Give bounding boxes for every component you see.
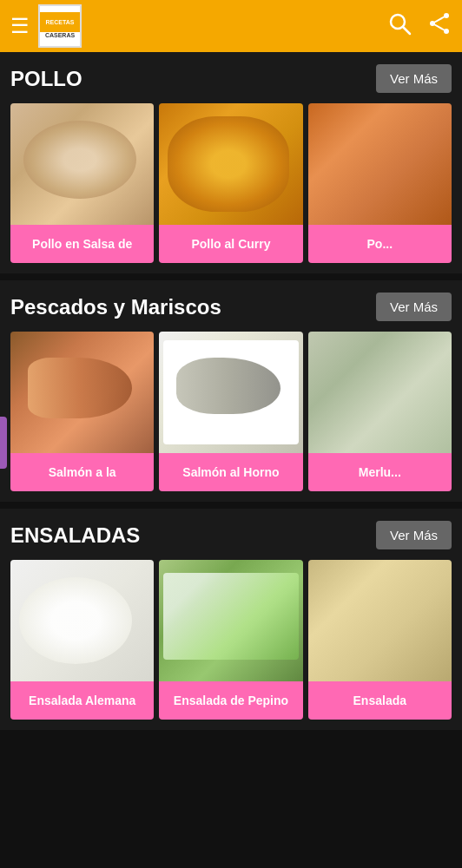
share-icon[interactable] [427,11,452,42]
logo-top-text: RECETAS [40,12,80,32]
card-pollo-3[interactable]: Po... [308,103,452,263]
svg-line-6 [432,23,446,31]
card-pollo-2-label: Pollo al Curry [159,225,302,263]
app-header: ☰ RECETAS CASERAS [0,0,462,52]
svg-line-5 [432,16,446,23]
card-pescados-2-label: Salmón al Horno [159,453,302,491]
card-ensaladas-1[interactable]: Ensalada Alemana [10,560,154,720]
card-pollo-2-image [159,103,302,225]
side-indicator [0,417,7,469]
search-icon[interactable] [387,11,412,42]
ver-mas-pollo-button[interactable]: Ver Más [376,64,452,93]
header-left: ☰ RECETAS CASERAS [10,4,82,48]
ver-mas-pescados-button[interactable]: Ver Más [376,293,452,321]
svg-line-1 [403,27,410,34]
card-pescados-1-image [10,332,154,453]
card-ensaladas-3[interactable]: Ensalada [308,560,452,720]
pescados-cards-row: Salmón a la Salmón al Horno Merlu... [10,332,452,491]
section-pollo-title: POLLO [10,67,82,91]
section-ensaladas-title: ENSALADAS [10,523,140,548]
card-ensaladas-3-label: Ensalada [308,681,452,720]
app-logo[interactable]: RECETAS CASERAS [38,4,82,48]
ver-mas-ensaladas-button[interactable]: Ver Más [376,521,452,549]
card-pescados-1-label: Salmón a la [10,453,154,491]
card-pollo-2[interactable]: Pollo al Curry [159,103,302,263]
card-ensaladas-2-image [159,560,302,681]
section-pollo-header: POLLO Ver Más [10,64,452,93]
card-pollo-3-label: Po... [308,225,452,263]
card-ensaladas-1-image [10,560,154,681]
section-pescados: Pescados y Mariscos Ver Más Salmón a la … [0,280,462,502]
card-pescados-1[interactable]: Salmón a la [10,332,154,491]
hamburger-icon[interactable]: ☰ [10,14,30,38]
section-pollo: POLLO Ver Más Pollo en Salsa de Pollo al… [0,52,462,273]
logo-bottom-text: CASERAS [45,32,75,39]
card-pescados-3-label: Merlu... [308,453,452,491]
card-pescados-2[interactable]: Salmón al Horno [159,332,302,491]
ensaladas-cards-row: Ensalada Alemana Ensalada de Pepino Ensa… [10,560,452,720]
section-pescados-title: Pescados y Mariscos [10,295,221,319]
card-ensaladas-3-image [308,560,452,681]
card-pollo-1[interactable]: Pollo en Salsa de [10,103,154,263]
section-pescados-header: Pescados y Mariscos Ver Más [10,293,452,321]
card-ensaladas-2-label: Ensalada de Pepino [159,681,302,720]
card-pollo-3-image [308,103,452,225]
card-ensaladas-1-label: Ensalada Alemana [10,681,154,720]
section-ensaladas: ENSALADAS Ver Más Ensalada Alemana Ensal… [0,509,462,730]
section-ensaladas-header: ENSALADAS Ver Más [10,521,452,549]
card-pollo-1-image [10,103,154,225]
card-ensaladas-2[interactable]: Ensalada de Pepino [159,560,302,720]
card-pescados-3[interactable]: Merlu... [308,332,452,491]
card-pescados-3-image [308,332,452,453]
header-icons [387,11,452,42]
pollo-cards-row: Pollo en Salsa de Pollo al Curry Po... [10,103,452,263]
card-pescados-2-image [159,332,302,453]
card-pollo-1-label: Pollo en Salsa de [10,225,154,263]
